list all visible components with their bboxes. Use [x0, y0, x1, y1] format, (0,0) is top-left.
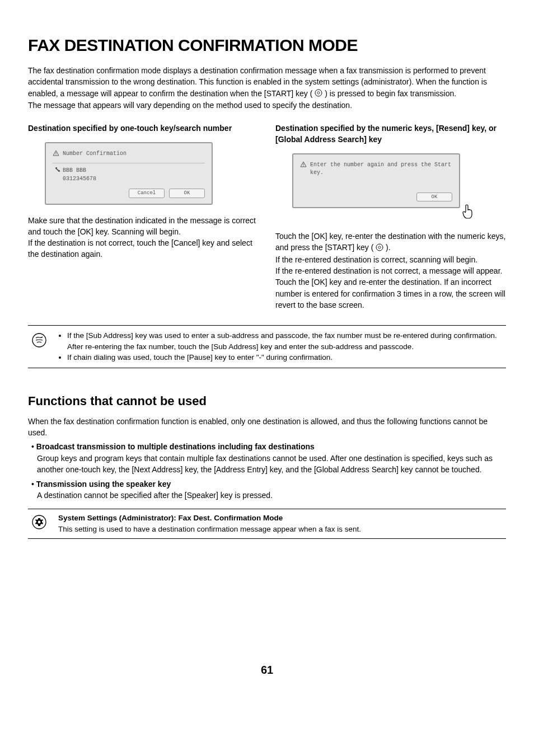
bullet-1-title: Broadcast transmission to multiple desti…: [36, 442, 315, 451]
start-key-icon: [376, 243, 383, 254]
functions-bullets: • Broadcast transmission to multiple des…: [28, 442, 506, 501]
start-key-icon: [315, 88, 322, 100]
gear-icon: [31, 514, 47, 533]
number-confirmation-dialog: Number Confirmation BBB BBB 0312345678: [45, 142, 213, 205]
right-body-1b: ).: [386, 243, 391, 252]
reenter-number-dialog: Enter the number again and press the Sta…: [292, 153, 460, 209]
svg-point-1: [317, 92, 320, 94]
warning-icon: [300, 161, 307, 171]
intro-text-3: The message that appears will vary depen…: [28, 100, 506, 111]
svg-point-3: [55, 154, 56, 155]
functions-heading: Functions that cannot be used: [28, 393, 506, 410]
right-body-1a: Touch the [OK] key, re-enter the destina…: [275, 232, 505, 252]
intro-block: The fax destination confirmation mode di…: [28, 65, 506, 111]
dialog-message: Enter the number again and press the Sta…: [310, 161, 452, 177]
svg-point-8: [32, 334, 46, 347]
dialog-dest-name: BBB BBB: [63, 167, 86, 175]
svg-point-0: [315, 90, 322, 96]
note-item-1: If the [Sub Address] key was used to ent…: [67, 330, 506, 352]
sys-body: This setting is used to have a destinati…: [58, 524, 361, 535]
phone-icon: [55, 167, 60, 175]
warning-icon: [53, 150, 59, 159]
svg-point-5: [303, 165, 303, 166]
right-body-3: If the re-entered destination is not cor…: [275, 265, 506, 311]
sys-bold: System Settings (Administrator): Fax Des…: [58, 513, 361, 524]
svg-point-10: [38, 521, 41, 524]
intro-text-2: ) is pressed to begin fax transmission.: [325, 89, 456, 98]
note-item-2: If chain dialing was used, touch the [Pa…: [67, 352, 506, 363]
page-number: 61: [28, 662, 506, 678]
page-title: FAX DESTINATION CONFIRMATION MODE: [28, 34, 506, 57]
bullet-1-body: Group keys and program keys that contain…: [37, 453, 506, 476]
dialog-dest-number: 0312345678: [63, 175, 205, 183]
left-body-1: Make sure that the destination indicated…: [28, 215, 259, 238]
functions-intro: When the fax destination confirmation fu…: [28, 416, 506, 439]
bullet-2-title: Transmission using the speaker key: [36, 480, 171, 489]
right-body-2: If the re-entered destination is correct…: [275, 254, 506, 265]
dialog-title: Number Confirmation: [63, 150, 127, 158]
two-column-section: Destination specified by one-touch key/s…: [28, 123, 506, 311]
right-column: Destination specified by the numeric key…: [275, 123, 506, 311]
touch-hand-icon: [459, 204, 476, 224]
note-box: If the [Sub Address] key was used to ent…: [28, 325, 506, 368]
note-icon: [31, 332, 47, 351]
svg-point-7: [378, 246, 381, 248]
left-heading: Destination specified by one-touch key/s…: [28, 123, 259, 134]
ok-button[interactable]: OK: [169, 189, 205, 198]
left-column: Destination specified by one-touch key/s…: [28, 123, 259, 311]
right-heading: Destination specified by the numeric key…: [275, 123, 506, 145]
bullet-2-body: A destination cannot be specified after …: [37, 490, 506, 501]
left-body-2: If the destination is not correct, touch…: [28, 237, 259, 260]
cancel-button[interactable]: Cancel: [129, 189, 165, 198]
svg-point-6: [376, 244, 383, 251]
ok-button[interactable]: OK: [416, 192, 452, 202]
system-settings-box: System Settings (Administrator): Fax Des…: [28, 509, 506, 538]
